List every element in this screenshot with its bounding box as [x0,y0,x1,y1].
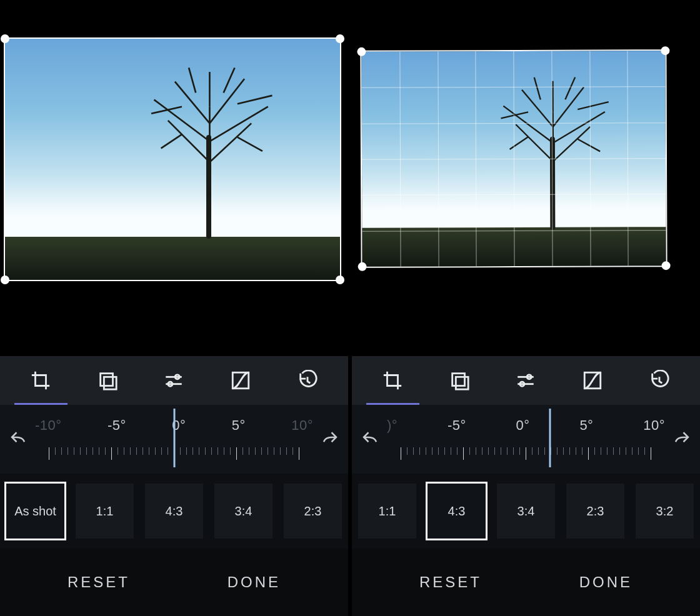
history-tab[interactable] [626,356,692,405]
crop-handle-tl[interactable] [357,47,366,56]
ruler-labels: )° -5° 0° 5° 10° [387,417,665,434]
rotation-ruler[interactable]: )° -5° 0° 5° 10° [352,405,700,474]
reset-button[interactable]: RESET [68,574,130,591]
crop-frame[interactable] [4,37,341,281]
editor-screen-right: )° -5° 0° 5° 10° 1:1 4:3 3:4 2:3 3:2 RES… [352,0,700,616]
crop-frame[interactable] [360,49,667,268]
aspect-4-3[interactable]: 4:3 [428,484,486,539]
filters-tab[interactable] [426,356,493,405]
svg-rect-36 [456,377,468,389]
ruler-ticks [352,447,700,460]
curves-tab[interactable] [559,356,626,405]
rotate-left-icon[interactable] [9,429,28,447]
aspect-ratio-row: As shot 1:1 4:3 3:4 2:3 [0,474,348,549]
history-icon [649,370,670,391]
layers-icon [97,370,118,391]
ruler-needle[interactable] [549,409,551,467]
rotate-right-icon[interactable] [672,429,691,447]
curve-icon [582,370,603,391]
crop-handle-br[interactable] [662,261,671,270]
adjust-tab[interactable] [141,356,208,405]
crop-handle-bl[interactable] [1,276,9,284]
svg-rect-14 [101,374,113,386]
photo-ground [5,237,340,280]
aspect-3-2[interactable]: 3:2 [636,484,694,539]
rotation-ruler[interactable]: -10° -5° 0° 5° 10° [0,405,348,474]
tool-tabs [352,356,700,405]
tool-tabs [0,356,348,405]
aspect-3-4[interactable]: 3:4 [214,484,272,539]
svg-rect-15 [104,377,116,389]
aspect-2-3[interactable]: 2:3 [566,484,624,539]
sliders-icon [163,370,184,391]
curves-tab[interactable] [208,356,274,405]
history-icon [297,370,318,391]
rotate-left-icon[interactable] [361,429,379,447]
aspect-as-shot[interactable]: As shot [6,484,64,539]
layers-icon [449,370,470,391]
curve-icon [230,370,251,391]
ruler-needle[interactable] [173,409,175,467]
aspect-1-1[interactable]: 1:1 [76,484,134,539]
adjust-tab[interactable] [492,356,559,405]
done-button[interactable]: DONE [579,574,632,591]
rotate-right-icon[interactable] [321,429,339,447]
aspect-3-4[interactable]: 3:4 [497,484,555,539]
svg-rect-35 [452,374,465,386]
aspect-2-3[interactable]: 2:3 [284,484,342,539]
crop-icon [30,370,51,391]
filters-tab[interactable] [74,356,141,405]
photo-ground [362,227,666,267]
crop-handle-tl[interactable] [1,34,9,43]
editor-screen-left: -10° -5° 0° 5° 10° As shot 1:1 4:3 3:4 2… [0,0,348,616]
reset-button[interactable]: RESET [419,574,482,591]
crop-icon [382,370,403,391]
aspect-1-1[interactable]: 1:1 [358,484,416,539]
history-tab[interactable] [274,356,341,405]
done-button[interactable]: DONE [228,574,281,591]
image-preview[interactable] [0,0,348,356]
footer-bar: RESET DONE [0,549,348,616]
crop-tab[interactable] [8,356,74,405]
aspect-ratio-row: 1:1 4:3 3:4 2:3 3:2 [352,474,700,549]
crop-handle-bl[interactable] [358,262,367,271]
sliders-icon [515,370,536,391]
crop-tab[interactable] [359,356,426,405]
image-preview[interactable] [352,0,700,356]
crop-handle-tr[interactable] [336,34,344,43]
crop-handle-br[interactable] [336,276,344,284]
crop-handle-tr[interactable] [661,46,669,55]
footer-bar: RESET DONE [352,549,700,616]
aspect-4-3[interactable]: 4:3 [145,484,203,539]
